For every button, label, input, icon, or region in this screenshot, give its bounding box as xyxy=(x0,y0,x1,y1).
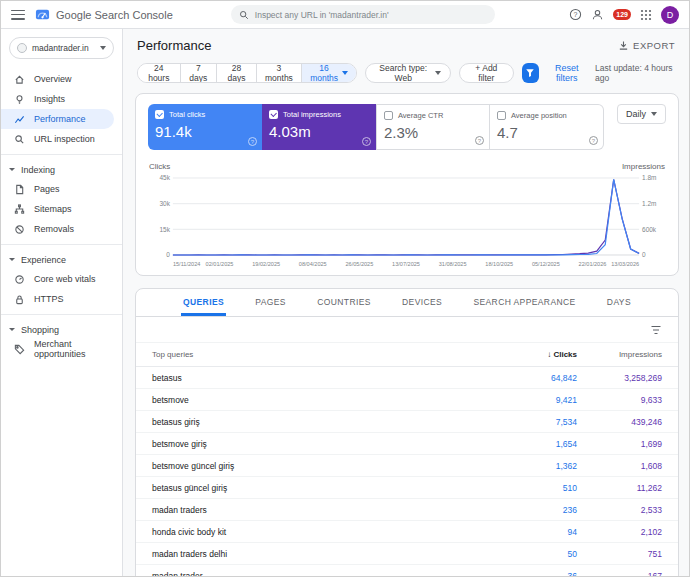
report-tabs: QUERIESPAGESCOUNTRIESDEVICESSEARCH APPEA… xyxy=(136,289,678,317)
sidebar-item-url-inspection[interactable]: URL inspection xyxy=(1,129,114,149)
export-button[interactable]: EXPORT xyxy=(618,40,675,51)
column-impressions[interactable]: Impressions xyxy=(577,350,662,359)
impressions-cell: 1,699 xyxy=(577,439,662,449)
impressions-cell: 9,633 xyxy=(577,395,662,405)
chevron-down-icon xyxy=(100,46,106,50)
property-name: madantrader.in xyxy=(32,43,89,53)
user-settings-icon[interactable] xyxy=(591,8,604,21)
table-row[interactable]: madan traders delhi50751 xyxy=(136,543,678,565)
apps-grid-icon[interactable] xyxy=(640,9,652,21)
clicks-cell: 7,534 xyxy=(492,417,577,427)
sidebar-item-label: Removals xyxy=(34,224,74,234)
chart-area: Clicks Impressions 45k1.8m30k1.2m15k600k… xyxy=(136,150,678,275)
total-clicks-card[interactable]: Total clicks 91.4k xyxy=(148,104,262,150)
table-row[interactable]: madan trader36167 xyxy=(136,565,678,577)
topbar-actions: ? 129 D xyxy=(569,6,679,24)
tab-pages[interactable]: PAGES xyxy=(253,289,288,316)
reset-filters-button[interactable]: Reset filters xyxy=(547,63,587,83)
clicks-cell: 94 xyxy=(492,527,577,537)
total-impressions-card[interactable]: Total impressions 4.03m xyxy=(262,104,376,150)
clicks-column-label: Clicks xyxy=(553,350,577,359)
search-type-chip[interactable]: Search type: Web xyxy=(365,63,451,83)
date-range-chip-3-months[interactable]: 3 months xyxy=(256,64,301,82)
date-range-chip-24-hours[interactable]: 24 hours xyxy=(138,64,180,82)
tab-countries[interactable]: COUNTRIES xyxy=(315,289,373,316)
saved-filter-button[interactable] xyxy=(522,63,539,83)
chevron-down-icon xyxy=(651,112,657,116)
table-row[interactable]: betsmove giriş1,6541,699 xyxy=(136,433,678,455)
help-icon[interactable] xyxy=(362,137,371,146)
svg-text:31/08/2025: 31/08/2025 xyxy=(439,261,467,267)
notification-badge[interactable]: 129 xyxy=(613,9,631,20)
query-cell[interactable]: betasus xyxy=(152,373,492,383)
query-cell[interactable]: madan trader xyxy=(152,571,492,577)
query-cell[interactable]: madan traders xyxy=(152,505,492,515)
performance-chart[interactable]: 45k1.8m30k1.2m15k600k0015/11/202402/01/2… xyxy=(148,173,666,269)
average-position-card[interactable]: Average position 4.7 xyxy=(490,104,604,150)
help-icon[interactable] xyxy=(589,136,598,145)
sidebar-item-sitemaps[interactable]: Sitemaps xyxy=(1,199,114,219)
sidebar-item-label: Overview xyxy=(34,74,72,84)
sidebar-item-pages[interactable]: Pages xyxy=(1,179,114,199)
checkbox-unchecked-icon[interactable] xyxy=(384,111,393,120)
query-cell[interactable]: betasus güncel giriş xyxy=(152,483,492,493)
date-range-chip-28-days[interactable]: 28 days xyxy=(216,64,256,82)
table-filter-icon[interactable] xyxy=(650,324,662,336)
section-label: Shopping xyxy=(21,325,59,335)
date-range-chip-7-days[interactable]: 7 days xyxy=(180,64,216,82)
help-icon[interactable] xyxy=(475,136,484,145)
checkbox-unchecked-icon[interactable] xyxy=(497,111,506,120)
sidebar-item-merchant-opportunities[interactable]: Merchant opportunities xyxy=(1,339,114,359)
table-row[interactable]: betsmove güncel giriş1,3621,608 xyxy=(136,455,678,477)
column-clicks[interactable]: ↓ Clicks xyxy=(492,350,577,359)
table-row[interactable]: betasus64,8423,258,269 xyxy=(136,367,678,389)
query-cell[interactable]: betsmove xyxy=(152,395,492,405)
sort-descending-icon: ↓ xyxy=(547,350,551,359)
sidebar-item-label: Insights xyxy=(34,94,65,104)
sidebar-item-overview[interactable]: Overview xyxy=(1,69,114,89)
table-row[interactable]: madan traders2362,533 xyxy=(136,499,678,521)
help-icon[interactable]: ? xyxy=(569,8,582,21)
table-row[interactable]: betasus giriş7,534439,246 xyxy=(136,411,678,433)
tab-queries[interactable]: QUERIES xyxy=(181,289,226,316)
table-row[interactable]: betsmove9,4219,633 xyxy=(136,389,678,411)
tab-search-appearance[interactable]: SEARCH APPEARANCE xyxy=(471,289,577,316)
help-icon[interactable] xyxy=(248,137,257,146)
clicks-cell: 1,654 xyxy=(492,439,577,449)
granularity-dropdown[interactable]: Daily xyxy=(617,104,666,124)
sidebar-item-label: Performance xyxy=(34,114,86,124)
sidebar-item-performance[interactable]: Performance xyxy=(1,109,114,129)
sidebar-item-removals[interactable]: Removals xyxy=(1,219,114,239)
sidebar-item-https[interactable]: HTTPS xyxy=(1,289,114,309)
chevron-down-icon xyxy=(9,258,15,261)
chevron-down-icon xyxy=(342,71,348,75)
impressions-cell: 11,262 xyxy=(577,483,662,493)
url-inspect-search-input[interactable]: Inspect any URL in 'madantrader.in' xyxy=(231,5,495,24)
sidebar-item-label: Pages xyxy=(34,184,60,194)
add-filter-chip[interactable]: + Add filter xyxy=(459,63,513,83)
table-row[interactable]: honda civic body kit942,102 xyxy=(136,521,678,543)
query-cell[interactable]: madan traders delhi xyxy=(152,549,492,559)
hamburger-menu-icon[interactable] xyxy=(11,10,25,20)
sidebar-item-insights[interactable]: Insights xyxy=(1,89,114,109)
account-avatar[interactable]: D xyxy=(661,6,679,24)
query-cell[interactable]: betsmove giriş xyxy=(152,439,492,449)
sidebar-section-shopping[interactable]: Shopping xyxy=(1,320,122,339)
property-selector[interactable]: madantrader.in xyxy=(9,37,114,59)
query-cell[interactable]: honda civic body kit xyxy=(152,527,492,537)
table-row[interactable]: betasus güncel giriş51011,262 xyxy=(136,477,678,499)
date-range-chip-16-months[interactable]: 16 months xyxy=(301,64,356,82)
query-cell[interactable]: betsmove güncel giriş xyxy=(152,461,492,471)
query-cell[interactable]: betasus giriş xyxy=(152,417,492,427)
tab-days[interactable]: DAYS xyxy=(605,289,633,316)
tab-devices[interactable]: DEVICES xyxy=(400,289,444,316)
average-ctr-card[interactable]: Average CTR 2.3% xyxy=(376,104,490,150)
checkbox-checked-icon[interactable] xyxy=(269,110,278,119)
sidebar-item-core-web-vitals[interactable]: Core web vitals xyxy=(1,269,114,289)
column-top-queries[interactable]: Top queries xyxy=(152,350,492,359)
checkbox-checked-icon[interactable] xyxy=(155,110,164,119)
clicks-cell: 510 xyxy=(492,483,577,493)
sidebar-section-experience[interactable]: Experience xyxy=(1,250,122,269)
sidebar-section-indexing[interactable]: Indexing xyxy=(1,160,122,179)
page-title: Performance xyxy=(137,38,211,53)
